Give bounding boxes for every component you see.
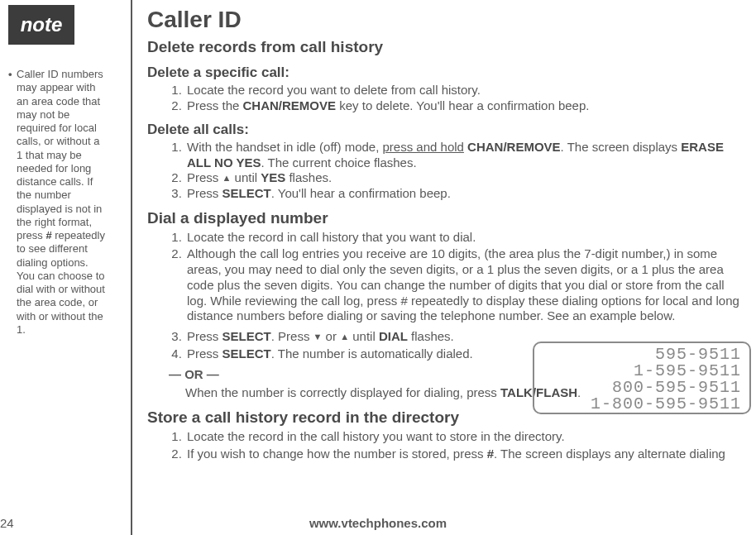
note-pre: Caller ID numbers may appear with an are… bbox=[17, 68, 103, 241]
bullet-icon: • bbox=[8, 68, 17, 81]
note-badge: note bbox=[8, 5, 74, 45]
display-line-3: 800-595-9511 bbox=[538, 380, 741, 396]
t: . You'll hear a confirmation beep. bbox=[271, 186, 451, 200]
delete-specific-list: Locate the record you want to delete fro… bbox=[147, 83, 743, 114]
list-item: Although the call log entries you receiv… bbox=[185, 246, 743, 324]
t: key to delete. You'll hear a confirmatio… bbox=[336, 98, 589, 112]
t: . The screen displays any alternate dial… bbox=[494, 447, 725, 461]
list-item: Press the CHAN/REMOVE key to delete. You… bbox=[185, 98, 743, 114]
list-item: Press SELECT. You'll hear a confirmation… bbox=[185, 186, 743, 202]
t: flashes. bbox=[285, 170, 332, 184]
t: . Press bbox=[271, 329, 313, 343]
delete-all-list: With the handset in idle (off) mode, pre… bbox=[147, 140, 743, 202]
t: until bbox=[349, 329, 379, 343]
t: Press bbox=[187, 186, 222, 200]
delete-all-heading: Delete all calls: bbox=[147, 121, 743, 138]
t: until bbox=[231, 170, 261, 184]
list-item: Locate the record in call history that y… bbox=[185, 230, 743, 246]
phone-display: 595-9511 1-595-9511 800-595-9511 1-800-5… bbox=[533, 342, 751, 414]
t: or bbox=[322, 329, 340, 343]
list-item: Press ▲ until YES flashes. bbox=[185, 170, 743, 186]
t: Press the bbox=[187, 98, 243, 112]
t: With the handset in idle (off) mode, bbox=[187, 140, 383, 154]
list-item: If you wish to change how the number is … bbox=[185, 447, 743, 462]
t: Press bbox=[187, 346, 222, 361]
underline-text: press and hold bbox=[383, 140, 464, 154]
dial-list: Locate the record in call history that y… bbox=[147, 230, 743, 325]
t: Press bbox=[187, 329, 222, 343]
up-arrow-icon: ▲ bbox=[340, 332, 349, 343]
hash-key: # bbox=[45, 229, 51, 241]
list-item: Locate the record in the call history yo… bbox=[185, 429, 743, 445]
key-chan-remove: CHAN/REMOVE bbox=[243, 98, 337, 112]
display-line-1: 595-9511 bbox=[538, 346, 741, 363]
list-item: Press SELECT. The number is automaticall… bbox=[185, 346, 549, 362]
delete-specific-heading: Delete a specific call: bbox=[147, 64, 743, 81]
down-arrow-icon: ▼ bbox=[313, 332, 323, 343]
page-subtitle: Delete records from call history bbox=[147, 37, 743, 57]
key-select: SELECT bbox=[222, 346, 271, 361]
t: . The number is automatically dialed. bbox=[271, 346, 473, 361]
list-item: Press SELECT. Press ▼ or ▲ until DIAL fl… bbox=[185, 329, 549, 345]
note-post: repeatedly to see different dialing opti… bbox=[17, 229, 105, 336]
yes-text: YES bbox=[261, 170, 285, 184]
store-list: Locate the record in the call history yo… bbox=[147, 429, 743, 462]
dial-list-2: Press SELECT. Press ▼ or ▲ until DIAL fl… bbox=[147, 329, 549, 362]
dial-heading: Dial a displayed number bbox=[147, 208, 743, 228]
manual-page: note •Caller ID numbers may appear with … bbox=[0, 0, 756, 535]
t: . The current choice flashes. bbox=[261, 155, 416, 170]
list-item: With the handset in idle (off) mode, pre… bbox=[185, 140, 743, 171]
note-body: •Caller ID numbers may appear with an ar… bbox=[8, 68, 109, 337]
t: When the number is correctly displayed f… bbox=[185, 385, 500, 399]
key-select: SELECT bbox=[222, 329, 271, 343]
t: flashes. bbox=[408, 329, 454, 343]
up-arrow-icon: ▲ bbox=[222, 173, 232, 184]
display-line-2: 1-595-9511 bbox=[538, 363, 741, 380]
t: Press bbox=[187, 170, 222, 184]
dial-text: DIAL bbox=[379, 329, 408, 343]
key-chan-remove: CHAN/REMOVE bbox=[467, 140, 561, 154]
list-item: Locate the record you want to delete fro… bbox=[185, 83, 743, 98]
key-select: SELECT bbox=[222, 186, 271, 200]
note-label: note bbox=[21, 13, 63, 36]
page-title: Caller ID bbox=[147, 5, 743, 34]
note-text: Caller ID numbers may appear with an are… bbox=[17, 68, 105, 337]
hash-key: # bbox=[487, 447, 494, 461]
display-line-4: 1-800-595-9511 bbox=[538, 396, 741, 413]
t: If you wish to change how the number is … bbox=[187, 447, 487, 461]
t: . The screen displays bbox=[561, 140, 682, 154]
vertical-divider bbox=[131, 0, 132, 535]
footer-url: www.vtechphones.com bbox=[0, 516, 756, 530]
